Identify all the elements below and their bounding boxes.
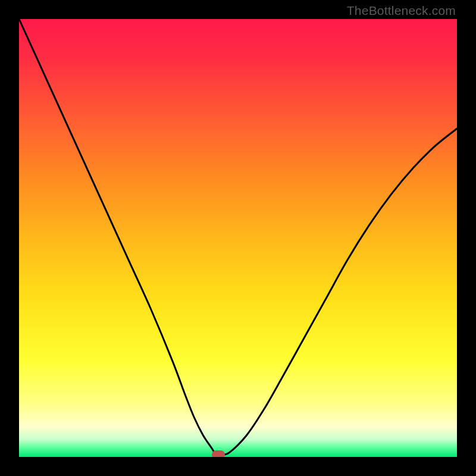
- bottleneck-curve: [19, 19, 457, 455]
- curve-svg: [19, 19, 457, 457]
- plot-area: [19, 19, 457, 457]
- chart-frame: TheBottleneck.com: [0, 0, 476, 476]
- watermark-text: TheBottleneck.com: [347, 4, 456, 18]
- minimum-marker: [212, 450, 225, 457]
